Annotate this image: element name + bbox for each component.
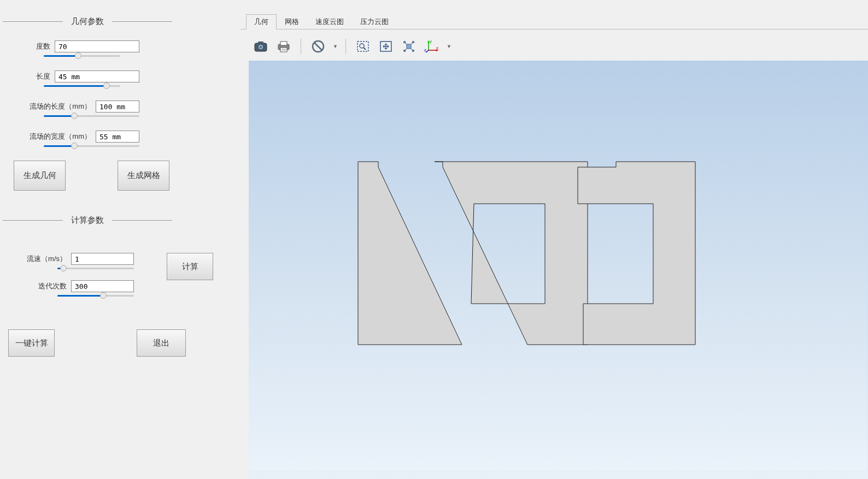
geometry-canvas bbox=[249, 61, 866, 470]
compute-button[interactable]: 计算 bbox=[167, 253, 213, 280]
geometry-section-title: 几何参数 bbox=[63, 16, 112, 27]
generate-mesh-button[interactable]: 生成网格 bbox=[118, 161, 169, 191]
flow-width-input[interactable] bbox=[96, 131, 139, 143]
one-click-compute-button[interactable]: 一键计算 bbox=[8, 329, 55, 357]
length-row: 长度 bbox=[3, 70, 238, 82]
tab-pressure-cloud[interactable]: 压力云图 bbox=[352, 14, 397, 29]
axis-icon[interactable]: yxz bbox=[423, 38, 441, 55]
svg-rect-6 bbox=[280, 48, 287, 52]
velocity-slider[interactable] bbox=[25, 268, 134, 269]
svg-rect-11 bbox=[357, 42, 368, 51]
iterations-row: 迭代次数 bbox=[25, 280, 134, 292]
svg-point-12 bbox=[360, 44, 364, 48]
tab-geometry[interactable]: 几何 bbox=[246, 14, 277, 29]
no-entry-icon[interactable] bbox=[309, 38, 327, 55]
compute-section-title: 计算参数 bbox=[63, 215, 112, 226]
geometry-buttons: 生成几何 生成网格 bbox=[3, 161, 238, 191]
degree-slider[interactable] bbox=[3, 55, 120, 57]
velocity-input[interactable] bbox=[71, 253, 134, 265]
sidebar: 几何参数 度数 长度 流场的长度（mm） 流场的宽度（mm） 生成几何 生成网格… bbox=[0, 0, 241, 479]
length-input[interactable] bbox=[55, 70, 139, 82]
exit-button[interactable]: 退出 bbox=[137, 329, 186, 357]
iterations-input[interactable] bbox=[71, 280, 134, 292]
svg-line-13 bbox=[363, 48, 366, 50]
geometry-section-header: 几何参数 bbox=[3, 16, 238, 27]
compute-section-header: 计算参数 bbox=[3, 215, 238, 226]
degree-input[interactable] bbox=[55, 40, 139, 52]
length-label: 长度 bbox=[25, 72, 55, 81]
svg-rect-1 bbox=[258, 42, 263, 44]
flow-length-row: 流场的长度（mm） bbox=[3, 100, 238, 113]
flow-length-input[interactable] bbox=[96, 100, 139, 113]
print-icon[interactable] bbox=[274, 38, 293, 55]
svg-text:z: z bbox=[424, 48, 426, 52]
main-panel: 几何 网格 速度云图 压力云图 ▼ yxz ▼ bbox=[241, 0, 868, 479]
flow-length-slider[interactable] bbox=[3, 115, 139, 117]
geometry-viewport[interactable]: y x z bbox=[249, 61, 868, 479]
tabs-bar: 几何 网格 速度云图 压力云图 bbox=[241, 0, 868, 29]
toolbar: ▼ yxz ▼ bbox=[241, 29, 868, 61]
camera-icon[interactable] bbox=[251, 38, 270, 55]
length-slider[interactable] bbox=[3, 85, 120, 87]
bottom-buttons: 一键计算 退出 bbox=[3, 329, 238, 357]
flow-width-slider[interactable] bbox=[3, 145, 139, 147]
generate-geometry-button[interactable]: 生成几何 bbox=[14, 161, 66, 191]
flow-width-row: 流场的宽度（mm） bbox=[3, 131, 238, 143]
pan-icon[interactable] bbox=[377, 38, 395, 55]
flow-width-label: 流场的宽度（mm） bbox=[25, 132, 96, 141]
velocity-label: 流速（m/s） bbox=[25, 254, 71, 264]
iterations-slider[interactable] bbox=[25, 295, 134, 297]
svg-rect-5 bbox=[280, 42, 287, 45]
compute-params-row: 流速（m/s） 迭代次数 计算 bbox=[3, 253, 238, 310]
iterations-label: 迭代次数 bbox=[25, 281, 71, 291]
svg-text:x: x bbox=[436, 45, 438, 50]
svg-line-10 bbox=[314, 43, 322, 50]
zoom-select-icon[interactable] bbox=[354, 38, 372, 55]
dropdown-arrow-icon[interactable]: ▼ bbox=[447, 44, 451, 49]
degree-label: 度数 bbox=[25, 42, 55, 51]
tab-mesh[interactable]: 网格 bbox=[277, 14, 307, 29]
svg-rect-15 bbox=[407, 44, 411, 49]
velocity-row: 流速（m/s） bbox=[25, 253, 134, 265]
dropdown-arrow-icon[interactable]: ▼ bbox=[333, 44, 338, 49]
tab-velocity-cloud[interactable]: 速度云图 bbox=[307, 14, 352, 29]
degree-row: 度数 bbox=[3, 40, 238, 52]
fit-view-icon[interactable] bbox=[400, 38, 418, 55]
flow-length-label: 流场的长度（mm） bbox=[25, 102, 96, 111]
svg-text:y: y bbox=[430, 39, 432, 44]
svg-point-3 bbox=[260, 46, 262, 49]
